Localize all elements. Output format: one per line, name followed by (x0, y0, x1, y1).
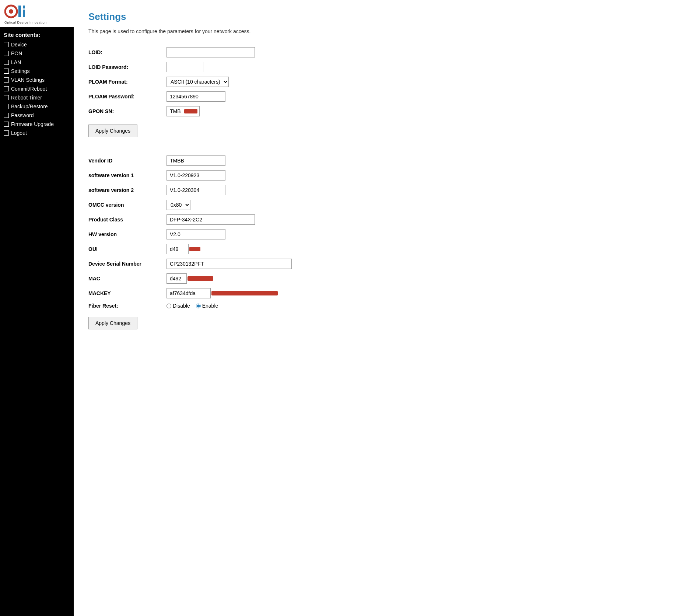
fiber-reset-disable-text: Disable (173, 303, 190, 309)
mac-redact (187, 276, 213, 281)
ploam-password-input[interactable] (167, 91, 225, 102)
oui-row: OUI (88, 244, 665, 254)
mac-row: MAC (88, 273, 665, 284)
page-description: This page is used to configure the param… (88, 28, 665, 34)
nav-icon-password (4, 113, 9, 118)
sw-version2-label: software version 2 (88, 187, 162, 193)
product-class-input[interactable] (167, 214, 255, 225)
hw-version-input[interactable] (167, 229, 225, 239)
gpon-sn-row: GPON SN: (88, 106, 665, 116)
sidebar: Optical Device Innovation Site contents:… (0, 0, 74, 616)
sw-version2-input[interactable] (167, 185, 225, 195)
sidebar-item-firmware-upgrade[interactable]: Firmware Upgrade (0, 120, 74, 129)
fiber-reset-enable-radio[interactable] (196, 304, 201, 308)
logo-image (4, 4, 34, 19)
logo-area: Optical Device Innovation (0, 0, 74, 27)
fiber-reset-radio-group: Disable Enable (167, 303, 218, 309)
mackey-label: MACKEY (88, 290, 162, 296)
oui-label: OUI (88, 246, 162, 252)
svg-rect-4 (23, 10, 25, 17)
nav-icon-lan (4, 60, 9, 65)
loid-label: LOID: (88, 49, 162, 55)
sidebar-item-lan[interactable]: LAN (0, 58, 74, 67)
gpon-sn-redact (184, 109, 197, 113)
vendor-id-row: Vendor ID (88, 155, 665, 166)
sidebar-item-settings[interactable]: Settings (0, 67, 74, 76)
mackey-redact (211, 291, 278, 295)
mac-label: MAC (88, 276, 162, 281)
loid-password-label: LOID Password: (88, 64, 162, 70)
loid-password-input[interactable] (167, 62, 203, 72)
section-2: Vendor ID software version 1 software ve… (88, 155, 665, 337)
sidebar-item-commit-reboot[interactable]: Commit/Reboot (0, 84, 74, 93)
nav-icon-reboot-timer (4, 95, 9, 100)
section-1: LOID: LOID Password: PLOAM Format: ASCII… (88, 47, 665, 144)
vendor-id-label: Vendor ID (88, 158, 162, 164)
nav-icon-pon (4, 51, 9, 56)
sidebar-item-vlan-settings[interactable]: VLAN Settings (0, 76, 74, 84)
mackey-wrapper (167, 288, 278, 298)
oui-input[interactable] (167, 244, 189, 254)
apply-changes-button-1[interactable]: Apply Changes (88, 125, 137, 137)
loid-row: LOID: (88, 47, 665, 57)
mac-input[interactable] (167, 273, 187, 284)
fiber-reset-row: Fiber Reset: Disable Enable (88, 303, 665, 309)
fiber-reset-enable-text: Enable (202, 303, 218, 309)
sidebar-item-pon[interactable]: PON (0, 49, 74, 58)
device-serial-label: Device Serial Number (88, 261, 162, 267)
apply-changes-button-2[interactable]: Apply Changes (88, 317, 137, 329)
sw-version1-label: software version 1 (88, 172, 162, 178)
logo-tagline: Optical Device Innovation (4, 21, 47, 24)
sidebar-item-device[interactable]: Device (0, 40, 74, 49)
mackey-input[interactable] (167, 288, 211, 298)
nav-icon-logout (4, 130, 9, 136)
omcc-version-row: OMCC version 0x80 0x81 0x84 (88, 200, 665, 210)
odi-logo (4, 4, 34, 19)
sw-version1-input[interactable] (167, 170, 225, 181)
vendor-id-input[interactable] (167, 155, 225, 166)
ploam-format-label: PLOAM Format: (88, 79, 162, 85)
hw-version-label: HW version (88, 231, 162, 237)
loid-password-row: LOID Password: (88, 62, 665, 72)
site-contents-title: Site contents: (0, 27, 74, 40)
mac-wrapper (167, 273, 213, 284)
nav-icon-device (4, 42, 9, 47)
omcc-version-select[interactable]: 0x80 0x81 0x84 (167, 200, 190, 210)
sidebar-item-reboot-timer[interactable]: Reboot Timer (0, 93, 74, 102)
fiber-reset-label: Fiber Reset: (88, 303, 162, 309)
oui-redact (189, 247, 200, 251)
device-serial-input[interactable] (167, 259, 292, 269)
fiber-reset-disable-label[interactable]: Disable (167, 303, 190, 309)
ploam-password-label: PLOAM Password: (88, 94, 162, 99)
product-class-row: Product Class (88, 214, 665, 225)
sidebar-item-password[interactable]: Password (0, 111, 74, 120)
loid-input[interactable] (167, 47, 255, 57)
nav-icon-commit (4, 86, 9, 91)
nav-icon-backup (4, 104, 9, 109)
sidebar-item-logout[interactable]: Logout (0, 129, 74, 137)
fiber-reset-enable-label[interactable]: Enable (196, 303, 218, 309)
fiber-reset-disable-radio[interactable] (167, 304, 171, 308)
divider (88, 38, 665, 38)
svg-rect-3 (23, 6, 25, 8)
device-serial-row: Device Serial Number (88, 259, 665, 269)
svg-rect-2 (18, 6, 21, 17)
ploam-format-row: PLOAM Format: ASCII (10 characters) HEX … (88, 77, 665, 87)
main-content: Settings This page is used to configure … (74, 0, 680, 616)
sidebar-nav: Device PON LAN Settings VLAN Settings Co… (0, 40, 74, 137)
oui-wrapper (167, 244, 200, 254)
nav-icon-firmware (4, 122, 9, 127)
sidebar-item-backup-restore[interactable]: Backup/Restore (0, 102, 74, 111)
svg-point-1 (9, 9, 13, 14)
omcc-version-label: OMCC version (88, 202, 162, 208)
sw-version1-row: software version 1 (88, 170, 665, 181)
sw-version2-row: software version 2 (88, 185, 665, 195)
nav-icon-settings (4, 69, 9, 74)
page-title: Settings (88, 11, 665, 22)
ploam-format-select[interactable]: ASCII (10 characters) HEX (8 bytes) (167, 77, 229, 87)
mackey-row: MACKEY (88, 288, 665, 298)
product-class-label: Product Class (88, 217, 162, 223)
ploam-password-row: PLOAM Password: (88, 91, 665, 102)
nav-icon-vlan (4, 77, 9, 83)
gpon-sn-label: GPON SN: (88, 108, 162, 114)
